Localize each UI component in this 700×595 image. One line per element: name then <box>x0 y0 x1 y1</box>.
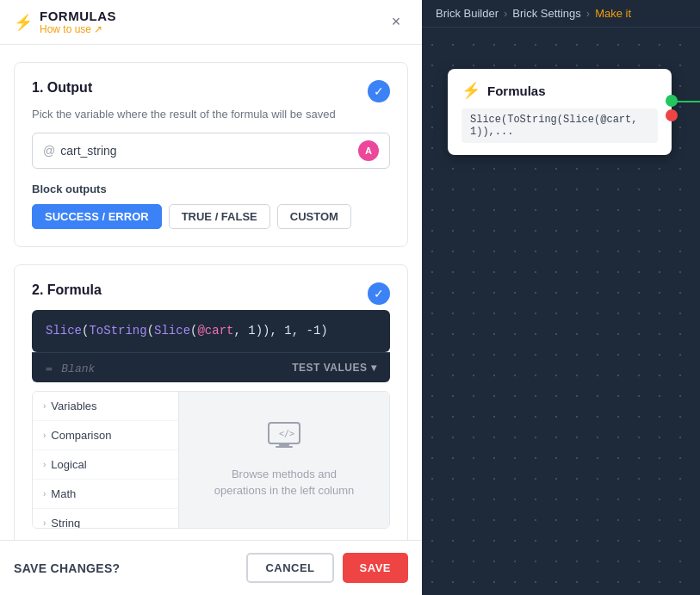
breadcrumb-brick-settings[interactable]: Brick Settings <box>512 7 580 20</box>
output-section-header: 1. Output ✓ <box>32 80 390 102</box>
method-comparison[interactable]: › Comparison <box>33 421 178 450</box>
breadcrumb: Brick Builder › Brick Settings › Make it <box>422 0 700 28</box>
fn-slice-outer: Slice <box>46 324 82 338</box>
breadcrumb-make-it[interactable]: Make it <box>595 7 631 20</box>
variable-input-wrapper[interactable]: @ cart_string A <box>32 133 390 169</box>
method-chevron-icon: › <box>43 401 46 411</box>
output-check-icon: ✓ <box>368 80 390 102</box>
method-string[interactable]: › String <box>33 509 178 528</box>
panel-footer: SAVE CHANGES? CANCEL SAVE <box>0 540 422 595</box>
toggle-true-false[interactable]: TRUE / FALSE <box>169 204 270 229</box>
eval-blank: Blank <box>61 363 95 375</box>
fn-tostring: ToString <box>89 324 146 338</box>
method-chevron-icon: › <box>43 518 46 528</box>
method-chevron-icon: › <box>43 489 46 499</box>
method-chevron-icon: › <box>43 431 46 440</box>
method-label: Logical <box>51 458 86 471</box>
var-cart: @cart <box>197 324 233 338</box>
fn-slice-inner: Slice <box>154 324 190 338</box>
svg-text:</>: </> <box>279 429 294 438</box>
toggle-success-error[interactable]: SUCCESS / ERROR <box>32 204 162 229</box>
card-title: Formulas <box>487 84 546 98</box>
formula-code-display: Slice(ToString(Slice(@cart, 1)), 1, -1) <box>46 322 376 340</box>
formula-check-icon: ✓ <box>368 282 390 305</box>
method-chevron-icon: › <box>43 460 46 469</box>
breadcrumb-brick-builder[interactable]: Brick Builder <box>436 7 499 20</box>
output-subtitle: Pick the variable where the result of th… <box>32 108 390 121</box>
external-link-icon: ↗ <box>94 23 102 35</box>
block-outputs-label: Block outputs <box>32 183 390 195</box>
browse-panel: </> Browse methods andoperations in the … <box>179 392 389 528</box>
method-variables[interactable]: › Variables <box>33 392 178 421</box>
method-math[interactable]: › Math <box>33 480 178 509</box>
avatar-badge: A <box>358 140 379 161</box>
panel-header: ⚡ FORMULAS How to use ↗ × <box>0 0 422 45</box>
breadcrumb-sep-1: › <box>504 7 507 20</box>
formula-code-box[interactable]: Slice(ToString(Slice(@cart, 1)), 1, -1) <box>32 310 390 352</box>
lightning-icon: ⚡ <box>14 13 33 32</box>
output-section: 1. Output ✓ Pick the variable where the … <box>14 62 408 247</box>
formula-card-header: ⚡ Formulas <box>462 81 658 100</box>
browse-text: Browse methods andoperations in the left… <box>214 466 355 499</box>
toggle-custom[interactable]: CUSTOM <box>277 204 351 229</box>
method-label: Variables <box>51 400 96 412</box>
formula-eval-row: = Blank TEST VALUES ▾ <box>32 352 390 382</box>
connector-line <box>672 101 700 102</box>
toggle-group: SUCCESS / ERROR TRUE / FALSE CUSTOM <box>32 204 390 229</box>
app-title: FORMULAS <box>40 9 116 23</box>
header-left: ⚡ FORMULAS How to use ↗ <box>14 9 116 35</box>
footer-actions: CANCEL SAVE <box>246 553 408 583</box>
methods-list: › Variables › Comparison › Logical › Mat… <box>33 392 179 528</box>
panel-content: 1. Output ✓ Pick the variable where the … <box>0 45 422 540</box>
output-section-title: 1. Output <box>32 80 92 96</box>
left-panel: ⚡ FORMULAS How to use ↗ × 1. Output ✓ Pi… <box>0 0 422 595</box>
card-lightning-icon: ⚡ <box>462 81 480 100</box>
formula-section-header: 2. Formula ✓ <box>32 282 390 305</box>
method-label: String <box>51 517 80 528</box>
monitor-icon: </> <box>267 421 301 457</box>
variable-name: cart_string <box>60 144 358 158</box>
right-panel: Brick Builder › Brick Settings › Make it… <box>422 0 700 595</box>
formula-section: 2. Formula ✓ Slice(ToString(Slice(@cart,… <box>14 264 408 540</box>
close-button[interactable]: × <box>384 10 408 34</box>
breadcrumb-sep-2: › <box>586 7 590 20</box>
svg-rect-2 <box>276 446 293 448</box>
eval-result: = Blank <box>46 360 95 375</box>
svg-rect-1 <box>279 443 289 446</box>
connection-dot-red <box>666 109 678 121</box>
footer-label: SAVE CHANGES? <box>14 561 120 575</box>
eval-sign: = <box>46 362 53 375</box>
cancel-button[interactable]: CANCEL <box>246 553 333 583</box>
method-label: Math <box>51 487 76 500</box>
test-values-button[interactable]: TEST VALUES ▾ <box>292 362 376 374</box>
header-title-block: FORMULAS How to use ↗ <box>40 9 116 35</box>
chevron-down-icon: ▾ <box>371 362 377 374</box>
method-label: Comparison <box>51 429 111 442</box>
methods-area: › Variables › Comparison › Logical › Mat… <box>32 391 390 529</box>
save-button[interactable]: SAVE <box>343 553 408 583</box>
how-to-use-link[interactable]: How to use ↗ <box>40 23 116 35</box>
at-sign: @ <box>43 144 55 158</box>
card-code: Slice(ToString(Slice(@cart, 1)),... <box>462 108 658 143</box>
method-logical[interactable]: › Logical <box>33 450 178 480</box>
formula-section-title: 2. Formula <box>32 282 102 298</box>
formula-card: ⚡ Formulas Slice(ToString(Slice(@cart, 1… <box>448 69 672 155</box>
